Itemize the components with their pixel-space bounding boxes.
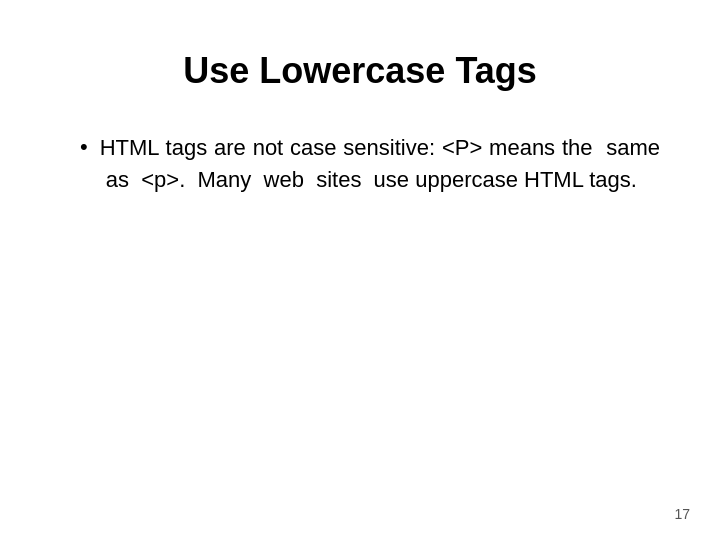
bullet-point: • [80, 134, 88, 160]
slide-number: 17 [674, 506, 690, 522]
bullet-text: HTML tags are not case sensitive: <P> me… [100, 132, 660, 196]
slide-content: • HTML tags are not case sensitive: <P> … [60, 132, 660, 500]
bullet-item: • HTML tags are not case sensitive: <P> … [80, 132, 660, 196]
slide-title: Use Lowercase Tags [60, 50, 660, 92]
slide: Use Lowercase Tags • HTML tags are not c… [0, 0, 720, 540]
